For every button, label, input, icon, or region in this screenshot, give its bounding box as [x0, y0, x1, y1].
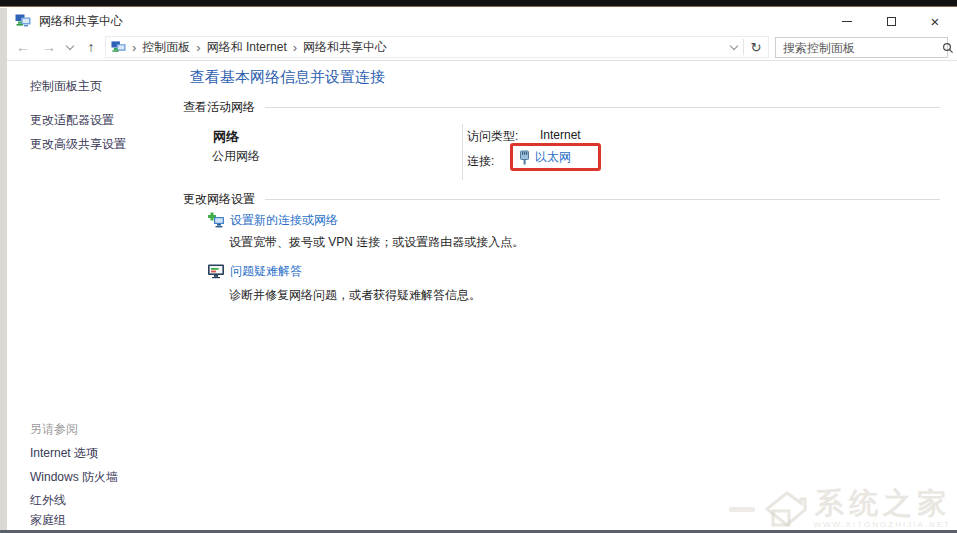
change-settings-section-header: 更改网络设置 — [183, 191, 940, 208]
close-icon: × — [931, 14, 940, 29]
left-edge — [0, 8, 7, 533]
screenshot-frame: 网络和共享中心 × ← → ↑ › 控制面板 › 网络和 Internet › … — [0, 0, 957, 533]
close-button[interactable]: × — [913, 8, 957, 34]
window-body: 控制面板主页 更改适配器设置 更改高级共享设置 另请参阅 Internet 选项… — [7, 62, 957, 530]
minimize-icon — [842, 21, 852, 22]
page-title: 查看基本网络信息并设置连接 — [190, 68, 385, 87]
caption-buttons: × — [825, 8, 957, 34]
forward-button[interactable]: → — [37, 34, 61, 60]
address-location-icon — [111, 40, 126, 55]
connection-label: 连接: — [467, 153, 494, 170]
minimize-button[interactable] — [825, 8, 869, 34]
network-type: 公用网络 — [212, 148, 260, 165]
sidebar-item-control-panel-home[interactable]: 控制面板主页 — [30, 78, 102, 95]
setup-new-connection-desc: 设置宽带、拨号或 VPN 连接；或设置路由器或接入点。 — [229, 234, 524, 251]
network-sharing-center-icon — [15, 13, 31, 29]
refresh-button[interactable]: ↻ — [744, 40, 768, 55]
sidebar-item-windows-firewall[interactable]: Windows 防火墙 — [30, 469, 118, 486]
sidebar-item-infrared[interactable]: 红外线 — [30, 492, 66, 509]
sidebar-item-change-adapter-settings[interactable]: 更改适配器设置 — [30, 112, 114, 129]
troubleshoot-icon[interactable] — [207, 262, 225, 280]
access-type-value: Internet — [540, 128, 581, 142]
chevron-down-icon — [730, 41, 738, 49]
network-name: 网络 — [213, 128, 239, 146]
setup-new-connection-link[interactable]: 设置新的连接或网络 — [230, 212, 338, 229]
address-bar[interactable]: › 控制面板 › 网络和 Internet › 网络和共享中心 ↻ — [105, 36, 769, 58]
maximize-icon — [887, 17, 896, 26]
address-dropdown-button[interactable] — [725, 46, 743, 49]
troubleshoot-link[interactable]: 问题疑难解答 — [230, 263, 302, 280]
title-bar: 网络和共享中心 × — [7, 8, 957, 34]
section-rule — [265, 107, 940, 108]
see-also-header: 另请参阅 — [30, 421, 78, 438]
search-input[interactable] — [776, 41, 942, 55]
sidebar-item-internet-options[interactable]: Internet 选项 — [30, 445, 98, 462]
top-edge — [0, 0, 957, 7]
window-title: 网络和共享中心 — [39, 13, 123, 30]
new-connection-icon[interactable] — [207, 211, 225, 229]
troubleshoot-desc: 诊断并修复网络问题，或者获得疑难解答信息。 — [229, 287, 481, 304]
up-button[interactable]: ↑ — [79, 34, 103, 60]
red-highlight-box: 以太网 — [510, 143, 601, 171]
sidebar-item-change-advanced-sharing[interactable]: 更改高级共享设置 — [30, 136, 126, 153]
search-icon — [942, 42, 954, 54]
navigation-toolbar: ← → ↑ › 控制面板 › 网络和 Internet › 网络和共享中心 ↻ — [7, 34, 957, 61]
breadcrumb-network-sharing-center[interactable]: 网络和共享中心 — [303, 39, 387, 56]
breadcrumb-control-panel[interactable]: 控制面板 — [142, 39, 190, 56]
change-settings-label: 更改网络设置 — [183, 191, 265, 208]
active-networks-section-header: 查看活动网络 — [183, 99, 940, 116]
network-divider — [462, 124, 463, 180]
search-box — [775, 37, 948, 58]
ethernet-connection-link[interactable]: 以太网 — [535, 149, 571, 166]
back-button[interactable]: ← — [11, 34, 35, 60]
section-rule — [265, 199, 940, 200]
breadcrumb-separator: › — [196, 40, 200, 55]
chevron-down-icon — [66, 41, 74, 49]
maximize-button[interactable] — [869, 8, 913, 34]
breadcrumb-separator: › — [293, 40, 297, 55]
sidebar-item-homegroup[interactable]: 家庭组 — [30, 512, 66, 529]
ethernet-icon — [518, 150, 531, 165]
breadcrumb-separator: › — [132, 40, 136, 55]
active-networks-label: 查看活动网络 — [183, 99, 265, 116]
breadcrumb-network-and-internet[interactable]: 网络和 Internet — [207, 39, 287, 56]
history-dropdown-button[interactable] — [63, 34, 77, 60]
